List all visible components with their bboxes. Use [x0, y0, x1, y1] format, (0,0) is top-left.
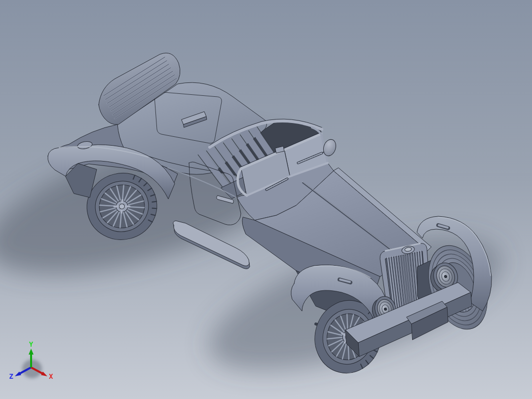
axis-x-label: X — [49, 372, 53, 380]
axis-z-label: Z — [9, 372, 13, 380]
cad-viewport[interactable]: Z X Y — [0, 0, 532, 399]
viewport-canvas[interactable]: Z X Y — [0, 0, 532, 399]
axis-y-label: Y — [29, 340, 34, 348]
